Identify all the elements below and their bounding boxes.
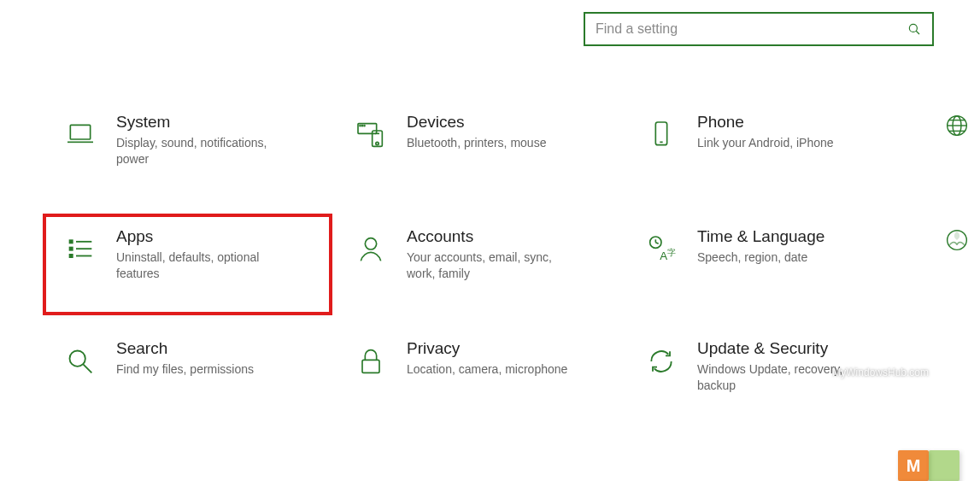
tile-devices[interactable]: Devices Bluetooth, printers, mouse (335, 101, 621, 202)
sync-icon (641, 341, 682, 382)
svg-line-21 (655, 243, 658, 244)
magnify-icon (60, 341, 101, 382)
tile-title: Search (116, 339, 320, 358)
gaming-icon[interactable] (942, 226, 971, 255)
tile-desc: Display, sound, notifications, power (116, 135, 287, 167)
tile-title: Time & Language (697, 227, 901, 246)
tile-phone[interactable]: Phone Link your Android, iPhone (625, 101, 912, 202)
tile-desc: Uninstall, defaults, optional features (116, 249, 287, 282)
tile-apps[interactable]: Apps Uninstall, defaults, optional featu… (44, 215, 331, 314)
tile-title: Devices (407, 113, 611, 132)
tile-update-security[interactable]: Update & Security Windows Update, recove… (625, 327, 912, 428)
apps-icon (60, 229, 101, 270)
svg-rect-2 (70, 125, 90, 139)
svg-point-5 (362, 126, 363, 126)
tile-title: Accounts (407, 227, 611, 246)
time-language-icon: A 字 (641, 229, 682, 270)
svg-point-18 (365, 238, 376, 249)
tile-desc: Find my files, permissions (116, 361, 287, 378)
search-button[interactable] (903, 18, 925, 40)
svg-point-4 (360, 126, 361, 126)
tile-time-language[interactable]: A 字 Time & Language Speech, region, date (625, 215, 912, 314)
svg-line-25 (83, 364, 91, 372)
tile-desc: Your accounts, email, sync, work, family (407, 249, 578, 282)
svg-rect-13 (69, 247, 73, 251)
tile-desc: Link your Android, iPhone (697, 135, 868, 151)
search-box[interactable] (584, 12, 934, 46)
tile-accounts[interactable]: Accounts Your accounts, email, sync, wor… (335, 215, 621, 314)
tile-search[interactable]: Search Find my files, permissions (44, 327, 331, 428)
network-icon[interactable] (942, 111, 971, 140)
devices-icon (350, 114, 391, 155)
tile-desc: Windows Update, recovery, backup (697, 361, 868, 394)
svg-point-0 (909, 24, 917, 32)
svg-point-8 (376, 142, 379, 144)
svg-rect-14 (69, 254, 73, 258)
tile-title: System (116, 113, 320, 132)
svg-text:字: 字 (667, 248, 676, 257)
tile-title: Apps (116, 227, 320, 246)
tile-desc: Location, camera, microphone (407, 361, 578, 378)
svg-rect-26 (362, 360, 379, 372)
search-input[interactable] (585, 14, 932, 44)
phone-icon (641, 114, 682, 155)
person-icon (350, 229, 391, 270)
svg-rect-12 (69, 239, 73, 243)
tile-desc: Speech, region, date (697, 249, 868, 266)
tile-title: Privacy (407, 339, 611, 358)
tile-system[interactable]: System Display, sound, notifications, po… (44, 101, 331, 202)
tile-title: Phone (697, 113, 901, 132)
search-icon (907, 21, 922, 37)
laptop-icon (60, 114, 101, 155)
tile-desc: Bluetooth, printers, mouse (407, 135, 578, 151)
settings-grid: System Display, sound, notifications, po… (44, 101, 969, 428)
svg-point-6 (364, 126, 365, 126)
svg-line-1 (916, 31, 919, 34)
tile-title: Update & Security (697, 339, 901, 358)
tile-privacy[interactable]: Privacy Location, camera, microphone (335, 327, 621, 428)
svg-point-24 (70, 351, 85, 367)
lock-icon (350, 341, 391, 382)
